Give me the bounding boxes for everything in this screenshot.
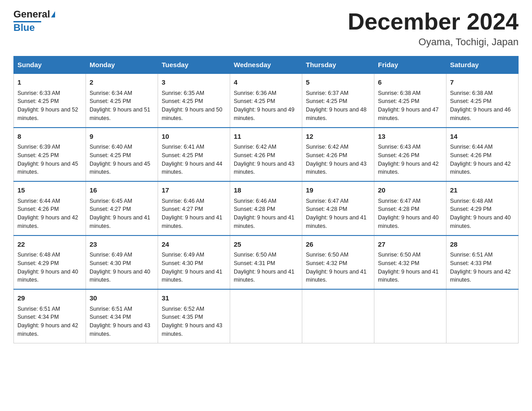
day-number: 16 [90,185,154,196]
day-number: 7 [450,77,515,88]
day-number: 11 [234,132,298,142]
day-detail: Sunrise: 6:51 AMSunset: 4:34 PMDaylight:… [90,305,154,338]
day-number: 9 [90,132,154,142]
title-block: December 2024 Oyama, Tochigi, Japan [348,9,519,48]
location: Oyama, Tochigi, Japan [348,36,519,48]
table-row: 4Sunrise: 6:36 AMSunset: 4:25 PMDaylight… [230,73,302,128]
calendar-week-row: 8Sunrise: 6:39 AMSunset: 4:25 PMDaylight… [14,128,519,182]
page-header: General Blue December 2024 Oyama, Tochig… [13,9,519,48]
day-detail: Sunrise: 6:34 AMSunset: 4:25 PMDaylight:… [90,89,154,123]
table-row: 18Sunrise: 6:46 AMSunset: 4:28 PMDayligh… [230,181,302,235]
col-monday: Monday [86,56,158,74]
table-row: 3Sunrise: 6:35 AMSunset: 4:25 PMDaylight… [158,73,230,128]
day-detail: Sunrise: 6:44 AMSunset: 4:26 PMDaylight:… [450,143,515,176]
day-number: 29 [17,293,82,304]
col-thursday: Thursday [302,56,374,74]
day-number: 2 [90,77,154,88]
table-row: 1Sunrise: 6:33 AMSunset: 4:25 PMDaylight… [14,73,86,128]
day-number: 20 [378,185,442,196]
table-row: 26Sunrise: 6:50 AMSunset: 4:32 PMDayligh… [302,235,374,290]
day-detail: Sunrise: 6:49 AMSunset: 4:30 PMDaylight:… [162,251,226,284]
logo-general: General [13,9,50,20]
day-detail: Sunrise: 6:36 AMSunset: 4:25 PMDaylight:… [234,89,298,123]
col-sunday: Sunday [14,56,86,74]
day-number: 13 [378,132,442,142]
table-row: 16Sunrise: 6:45 AMSunset: 4:27 PMDayligh… [86,181,158,235]
day-detail: Sunrise: 6:38 AMSunset: 4:25 PMDaylight:… [450,89,515,123]
col-saturday: Saturday [446,56,519,74]
day-number: 14 [450,132,515,142]
calendar-table: Sunday Monday Tuesday Wednesday Thursday… [13,56,519,343]
day-detail: Sunrise: 6:52 AMSunset: 4:35 PMDaylight:… [162,305,226,338]
day-detail: Sunrise: 6:41 AMSunset: 4:25 PMDaylight:… [162,143,226,176]
day-detail: Sunrise: 6:46 AMSunset: 4:28 PMDaylight:… [234,197,298,231]
day-detail: Sunrise: 6:46 AMSunset: 4:27 PMDaylight:… [162,197,226,231]
logo-blue: Blue [13,22,35,33]
day-detail: Sunrise: 6:38 AMSunset: 4:25 PMDaylight:… [378,89,442,123]
table-row: 5Sunrise: 6:37 AMSunset: 4:25 PMDaylight… [302,73,374,128]
day-number: 10 [162,132,226,142]
table-row: 23Sunrise: 6:49 AMSunset: 4:30 PMDayligh… [86,235,158,290]
table-row [374,289,446,343]
day-number: 22 [17,240,82,250]
day-number: 19 [306,185,370,196]
table-row: 14Sunrise: 6:44 AMSunset: 4:26 PMDayligh… [446,128,519,182]
month-title: December 2024 [348,9,519,34]
table-row: 10Sunrise: 6:41 AMSunset: 4:25 PMDayligh… [158,128,230,182]
day-number: 18 [234,185,298,196]
day-detail: Sunrise: 6:42 AMSunset: 4:26 PMDaylight:… [306,143,370,176]
table-row: 2Sunrise: 6:34 AMSunset: 4:25 PMDaylight… [86,73,158,128]
table-row: 13Sunrise: 6:43 AMSunset: 4:26 PMDayligh… [374,128,446,182]
day-detail: Sunrise: 6:49 AMSunset: 4:30 PMDaylight:… [90,251,154,284]
day-number: 17 [162,185,226,196]
table-row: 28Sunrise: 6:51 AMSunset: 4:33 PMDayligh… [446,235,519,290]
day-number: 27 [378,240,442,250]
day-number: 26 [306,240,370,250]
day-number: 15 [17,185,82,196]
table-row: 15Sunrise: 6:44 AMSunset: 4:26 PMDayligh… [14,181,86,235]
table-row: 25Sunrise: 6:50 AMSunset: 4:31 PMDayligh… [230,235,302,290]
day-detail: Sunrise: 6:40 AMSunset: 4:25 PMDaylight:… [90,143,154,176]
day-number: 21 [450,185,515,196]
calendar-week-row: 22Sunrise: 6:48 AMSunset: 4:29 PMDayligh… [14,235,519,290]
table-row [230,289,302,343]
day-number: 5 [306,77,370,88]
day-number: 6 [378,77,442,88]
day-detail: Sunrise: 6:44 AMSunset: 4:26 PMDaylight:… [17,197,82,231]
table-row [446,289,519,343]
day-number: 3 [162,77,226,88]
day-detail: Sunrise: 6:50 AMSunset: 4:31 PMDaylight:… [234,251,298,284]
calendar-week-row: 15Sunrise: 6:44 AMSunset: 4:26 PMDayligh… [14,181,519,235]
table-row: 19Sunrise: 6:47 AMSunset: 4:28 PMDayligh… [302,181,374,235]
table-row: 30Sunrise: 6:51 AMSunset: 4:34 PMDayligh… [86,289,158,343]
table-row: 7Sunrise: 6:38 AMSunset: 4:25 PMDaylight… [446,73,519,128]
table-row: 31Sunrise: 6:52 AMSunset: 4:35 PMDayligh… [158,289,230,343]
day-number: 24 [162,240,226,250]
day-number: 12 [306,132,370,142]
day-detail: Sunrise: 6:45 AMSunset: 4:27 PMDaylight:… [90,197,154,231]
table-row: 21Sunrise: 6:48 AMSunset: 4:29 PMDayligh… [446,181,519,235]
day-detail: Sunrise: 6:47 AMSunset: 4:28 PMDaylight:… [378,197,442,231]
day-number: 23 [90,240,154,250]
day-detail: Sunrise: 6:47 AMSunset: 4:28 PMDaylight:… [306,197,370,231]
day-detail: Sunrise: 6:39 AMSunset: 4:25 PMDaylight:… [17,143,82,176]
table-row: 11Sunrise: 6:42 AMSunset: 4:26 PMDayligh… [230,128,302,182]
table-row [302,289,374,343]
day-number: 25 [234,240,298,250]
day-detail: Sunrise: 6:43 AMSunset: 4:26 PMDaylight:… [378,143,442,176]
day-number: 28 [450,240,515,250]
table-row: 24Sunrise: 6:49 AMSunset: 4:30 PMDayligh… [158,235,230,290]
col-wednesday: Wednesday [230,56,302,74]
day-detail: Sunrise: 6:48 AMSunset: 4:29 PMDaylight:… [450,197,515,231]
table-row: 17Sunrise: 6:46 AMSunset: 4:27 PMDayligh… [158,181,230,235]
table-row: 22Sunrise: 6:48 AMSunset: 4:29 PMDayligh… [14,235,86,290]
table-row: 12Sunrise: 6:42 AMSunset: 4:26 PMDayligh… [302,128,374,182]
table-row: 6Sunrise: 6:38 AMSunset: 4:25 PMDaylight… [374,73,446,128]
table-row: 8Sunrise: 6:39 AMSunset: 4:25 PMDaylight… [14,128,86,182]
calendar-week-row: 1Sunrise: 6:33 AMSunset: 4:25 PMDaylight… [14,73,519,128]
day-detail: Sunrise: 6:42 AMSunset: 4:26 PMDaylight:… [234,143,298,176]
day-number: 1 [17,77,82,88]
col-tuesday: Tuesday [158,56,230,74]
table-row: 9Sunrise: 6:40 AMSunset: 4:25 PMDaylight… [86,128,158,182]
day-detail: Sunrise: 6:35 AMSunset: 4:25 PMDaylight:… [162,89,226,123]
